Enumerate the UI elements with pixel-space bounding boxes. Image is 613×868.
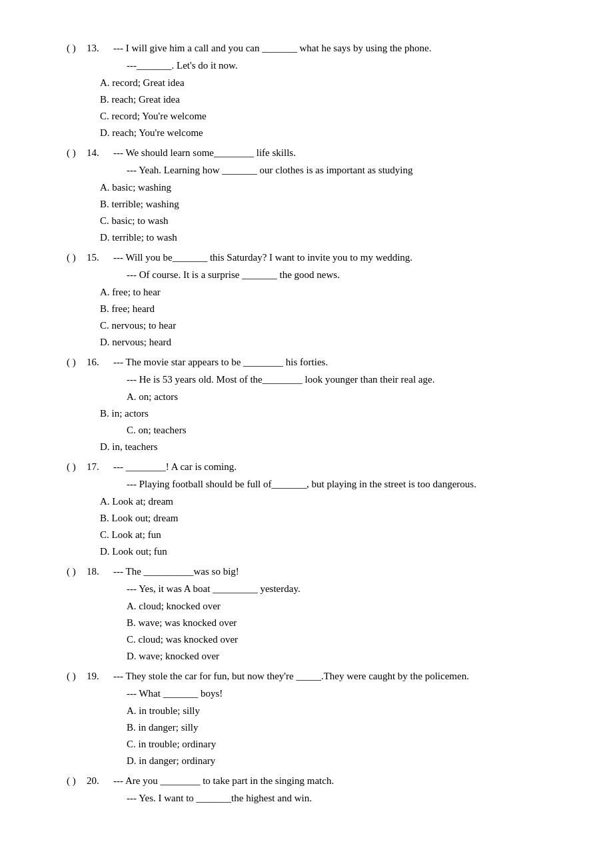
q18-sub: --- Yes, it was A boat _________ yesterd… [67,581,560,597]
q18-main: --- The __________was so big! [113,563,560,579]
question-19: ( ) 19. --- They stole the car for fun, … [67,668,560,769]
q18-option-b: B. wave; was knocked over [67,615,560,631]
question-18: ( ) 18. --- The __________was so big! --… [67,563,560,664]
q14-sub: --- Yeah. Learning how _______ our cloth… [67,162,560,178]
q17-main: --- ________! A car is coming. [113,459,560,475]
q14-option-d: D. terrible; to wash [67,229,560,245]
q14-option-a: A. basic; washing [67,179,560,195]
q18-option-a: A. cloud; knocked over [67,598,560,614]
question-16: ( ) 16. --- The movie star appears to be… [67,354,560,455]
q13-options: A. record; Great idea B. reach; Great id… [67,75,560,141]
q18-options: A. cloud; knocked over B. wave; was knoc… [67,598,560,664]
q17-option-a: A. Look at; dream [67,493,560,509]
q17-option-c: C. Look at; fun [67,527,560,543]
q15-options: A. free; to hear B. free; heard C. nervo… [67,284,560,350]
q14-options: A. basic; washing B. terrible; washing C… [67,179,560,245]
q17-option-d: D. Look out; fun [67,543,560,559]
question-15: ( ) 15. --- Will you be_______ this Satu… [67,249,560,350]
q13-prefix: ( ) [67,40,87,56]
q16-option-b: B. in; actors [67,405,560,421]
q16-sub: --- He is 53 years old. Most of the_____… [67,371,560,387]
q20-main: --- Are you ________ to take part in the… [113,773,560,789]
exam-content: ( ) 13. --- I will give him a call and y… [67,40,560,806]
q15-option-b: B. free; heard [67,301,560,317]
question-13: ( ) 13. --- I will give him a call and y… [67,40,560,141]
q20-number: 20. [87,773,113,789]
q20-sub: --- Yes. I want to _______the highest an… [67,790,560,806]
q19-option-b: B. in danger; silly [67,719,560,735]
q17-options: A. Look at; dream B. Look out; dream C. … [67,493,560,559]
q19-option-d: D. in danger; ordinary [67,753,560,769]
q19-number: 19. [87,668,113,684]
q15-option-a: A. free; to hear [67,284,560,300]
q14-main: --- We should learn some________ life sk… [113,145,560,161]
q17-prefix: ( ) [67,459,87,475]
q18-option-c: C. cloud; was knocked over [67,631,560,647]
q19-option-c: C. in trouble; ordinary [67,736,560,752]
q16-option-c: C. on; teachers [67,422,560,438]
q15-option-d: D. nervous; heard [67,334,560,350]
q13-sub: ---_______. Let's do it now. [67,57,560,73]
q19-options: A. in trouble; silly B. in danger; silly… [67,703,560,769]
q18-number: 18. [87,563,113,579]
q16-prefix: ( ) [67,354,87,370]
question-20: ( ) 20. --- Are you ________ to take par… [67,773,560,806]
q14-prefix: ( ) [67,145,87,161]
q15-option-c: C. nervous; to hear [67,317,560,333]
q17-option-b: B. Look out; dream [67,510,560,526]
q14-number: 14. [87,145,113,161]
q16-main: --- The movie star appears to be _______… [113,354,560,370]
q13-option-a: A. record; Great idea [67,75,560,91]
question-14: ( ) 14. --- We should learn some________… [67,145,560,245]
q13-main: --- I will give him a call and you can _… [113,40,560,56]
q13-option-b: B. reach; Great idea [67,91,560,107]
q20-prefix: ( ) [67,773,87,789]
q16-option-a: A. on; actors [67,389,560,405]
q15-main: --- Will you be_______ this Saturday? I … [113,249,560,265]
q15-sub: --- Of course. It is a surprise _______ … [67,267,560,283]
q16-options: A. on; actors B. in; actors C. on; teach… [67,389,560,455]
question-17: ( ) 17. --- ________! A car is coming. -… [67,459,560,559]
q19-sub: --- What _______ boys! [67,685,560,701]
q15-number: 15. [87,249,113,265]
q18-prefix: ( ) [67,563,87,579]
q17-sub: --- Playing football should be full of__… [67,476,560,492]
q13-option-d: D. reach; You're welcome [67,125,560,141]
q13-option-c: C. record; You're welcome [67,108,560,124]
q14-option-c: C. basic; to wash [67,213,560,229]
q16-number: 16. [87,354,113,370]
q15-prefix: ( ) [67,249,87,265]
q19-prefix: ( ) [67,668,87,684]
q18-option-d: D. wave; knocked over [67,648,560,664]
q14-option-b: B. terrible; washing [67,196,560,212]
q19-main: --- They stole the car for fun, but now … [113,668,560,684]
q16-option-d: D. in, teachers [67,439,560,455]
q13-number: 13. [87,40,113,56]
q19-option-a: A. in trouble; silly [67,703,560,719]
q17-number: 17. [87,459,113,475]
